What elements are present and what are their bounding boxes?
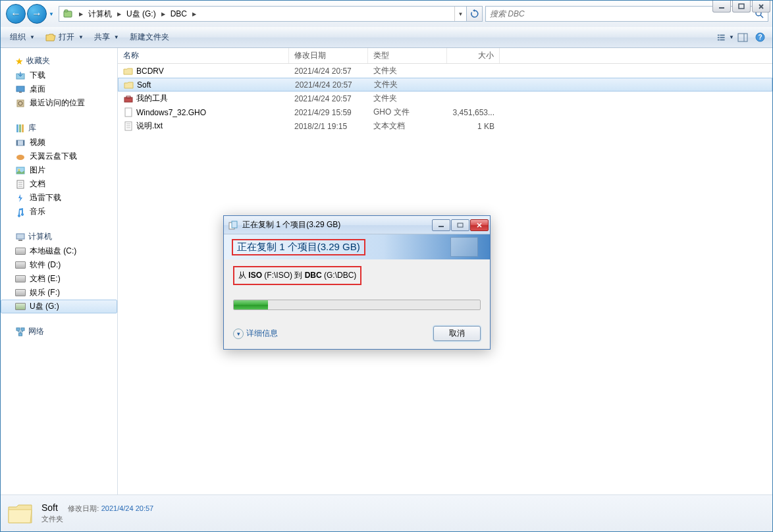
tree-item-videos[interactable]: 视频 [1, 136, 117, 149]
dialog-body: 从 ISO (F:\ISO) 到 DBC (G:\DBC) [224, 259, 490, 317]
download-icon [15, 70, 26, 81]
dialog-title: 正在复制 1 个项目(3.29 GB) [242, 219, 432, 230]
breadcrumb-arrow-icon[interactable]: ▶ [190, 7, 199, 21]
breadcrumb-arrow-icon[interactable]: ▶ [115, 7, 124, 21]
svg-rect-35 [18, 240, 22, 241]
folder-icon [123, 66, 134, 76]
dialog-header-graphic [450, 237, 478, 257]
preview-pane-button[interactable] [734, 29, 751, 46]
breadcrumb-drive[interactable]: U盘 (G:) [124, 7, 159, 21]
dialog-close-button[interactable] [470, 219, 489, 231]
svg-point-27 [16, 155, 24, 160]
refresh-button[interactable] [467, 6, 483, 22]
status-date-label: 修改日期: [68, 504, 99, 512]
cloud-icon [15, 151, 26, 162]
column-type[interactable]: 类型 [368, 48, 447, 63]
dialog-from-prefix: 从 [238, 271, 248, 280]
tree-item-drive-d[interactable]: 软件 (D:) [1, 258, 117, 272]
svg-rect-49 [458, 223, 463, 227]
svg-rect-6 [718, 34, 720, 36]
column-headers: 名称 修改日期 类型 大小 [118, 48, 772, 64]
tree-item-drive-c[interactable]: 本地磁盘 (C:) [1, 244, 117, 258]
tree-item-drive-e[interactable]: 文档 (E:) [1, 272, 117, 286]
file-name: 说明.txt [136, 120, 163, 132]
dialog-from-path: (F:\ISO) 到 [262, 271, 305, 280]
dialog-icon [228, 220, 238, 230]
folder-icon [124, 80, 134, 90]
libraries-header[interactable]: 库 [1, 120, 117, 136]
tree-item-documents[interactable]: 文档 [1, 177, 117, 191]
status-folder-icon [6, 499, 35, 528]
organize-button[interactable]: 组织▼ [5, 29, 40, 46]
breadcrumb-folder[interactable]: DBC [168, 7, 190, 21]
minimize-button[interactable] [712, 1, 731, 13]
svg-rect-34 [16, 234, 24, 239]
tree-item-music[interactable]: 音乐 [1, 205, 117, 219]
tree-item-drive-g[interactable]: U盘 (G:) [1, 300, 117, 313]
favorites-header[interactable]: ★收藏夹 [1, 53, 117, 68]
details-toggle[interactable]: ▾ 详细信息 [233, 328, 278, 339]
view-options-button[interactable]: ▼ [717, 29, 734, 46]
tree-item-pictures[interactable]: 图片 [1, 163, 117, 177]
tree-item-drive-f[interactable]: 娱乐 (F:) [1, 286, 117, 300]
file-date: 2018/2/1 19:15 [289, 122, 368, 131]
tree-item-desktop[interactable]: 桌面 [1, 82, 117, 96]
download-icon [15, 193, 26, 203]
file-row[interactable]: BCDRV2021/4/24 20:57文件夹 [118, 64, 772, 78]
svg-text:?: ? [758, 34, 762, 41]
open-button[interactable]: 打开▼ [40, 29, 89, 46]
cancel-button[interactable]: 取消 [433, 326, 481, 341]
network-header[interactable]: 网络 [1, 324, 117, 339]
maximize-button[interactable] [732, 1, 751, 13]
progress-bar [233, 300, 481, 310]
file-name: Soft [137, 80, 151, 90]
tree-item-cloud[interactable]: 天翼云盘下载 [1, 149, 117, 163]
column-size[interactable]: 大小 [447, 48, 500, 63]
dialog-maximize-button[interactable] [451, 219, 469, 231]
help-button[interactable]: ? [751, 29, 768, 46]
svg-rect-21 [16, 124, 18, 132]
file-row[interactable]: Soft2021/4/24 20:57文件夹 [118, 78, 772, 92]
svg-rect-18 [19, 92, 22, 93]
dialog-titlebar[interactable]: 正在复制 1 个项目(3.29 GB) [224, 216, 490, 234]
share-button[interactable]: 共享▼ [89, 29, 124, 46]
svg-rect-36 [16, 328, 20, 331]
new-folder-button[interactable]: 新建文件夹 [124, 29, 174, 46]
breadcrumb-arrow-icon[interactable]: ▶ [159, 7, 168, 21]
nav-history-dropdown[interactable]: ▼ [47, 4, 56, 24]
tree-item-thunder[interactable]: 迅雷下载 [1, 191, 117, 205]
file-row[interactable]: 说明.txt2018/2/1 19:15文本文档1 KB [118, 119, 772, 133]
dialog-from-name: ISO [248, 271, 262, 280]
svg-rect-25 [16, 140, 18, 146]
breadcrumb-computer[interactable]: 计算机 [86, 7, 115, 21]
tree-item-recent[interactable]: 最近访问的位置 [1, 96, 117, 110]
forward-button[interactable]: → [27, 4, 47, 24]
status-text: Soft 修改日期: 2021/4/24 20:57 文件夹 [41, 502, 153, 524]
dialog-header-text: 正在复制 1 个项目(3.29 GB) [237, 241, 360, 252]
drive-icon [15, 288, 26, 298]
address-dropdown[interactable]: ▼ [454, 7, 466, 21]
svg-rect-23 [22, 124, 24, 132]
computer-header[interactable]: 计算机 [1, 229, 117, 244]
column-date[interactable]: 修改日期 [289, 48, 368, 63]
file-type: GHO 文件 [368, 107, 447, 118]
dialog-minimize-button[interactable] [432, 219, 450, 231]
tree-item-downloads[interactable]: 下载 [1, 68, 117, 82]
back-button[interactable]: ← [6, 4, 26, 24]
file-row[interactable]: Windows7_32.GHO2021/4/29 15:59GHO 文件3,45… [118, 105, 772, 119]
file-date: 2021/4/24 20:57 [289, 66, 368, 76]
network-group: 网络 [1, 324, 117, 339]
address-bar[interactable]: ▶ 计算机 ▶ U盘 (G:) ▶ DBC ▶ ▼ [59, 6, 467, 22]
file-row[interactable]: 我的工具2021/4/24 20:57文件夹 [118, 92, 772, 105]
toolbar: 组织▼ 打开▼ 共享▼ 新建文件夹 ▼ ? [1, 27, 772, 48]
column-name[interactable]: 名称 [118, 48, 289, 63]
svg-rect-12 [738, 34, 747, 41]
search-input[interactable] [486, 9, 751, 18]
close-button[interactable] [752, 1, 770, 13]
drive-icon [15, 274, 26, 284]
libraries-group: 库 视频 天翼云盘下载 图片 文档 迅雷下载 音乐 [1, 120, 117, 219]
dialog-footer: ▾ 详细信息 取消 [224, 317, 490, 349]
breadcrumb-root-arrow[interactable]: ▶ [76, 7, 86, 21]
music-icon [15, 207, 26, 217]
file-date: 2021/4/24 20:57 [289, 94, 368, 103]
